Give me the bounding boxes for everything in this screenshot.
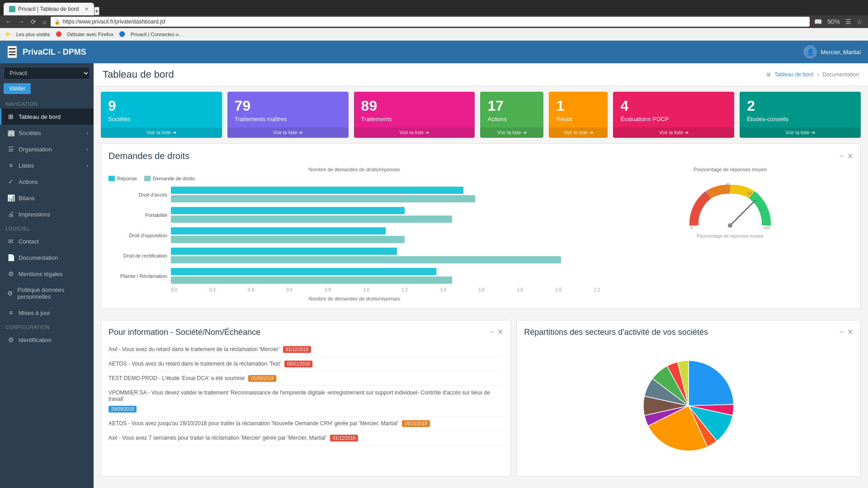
- stat-link[interactable]: Voir la liste ➜: [227, 127, 349, 138]
- user-avatar: 👤: [803, 45, 817, 59]
- zoom-display[interactable]: 90%: [826, 17, 842, 26]
- reload-button[interactable]: ⟳: [29, 17, 38, 26]
- info-close-button[interactable]: ✕: [497, 328, 503, 336]
- bar-label: Portabilité: [108, 212, 167, 218]
- stat-card-traitements-maitres[interactable]: 79 Traitements maîtres Voir la liste ➜: [227, 92, 349, 138]
- hamburger-button[interactable]: ☰: [7, 46, 17, 58]
- menu-button[interactable]: ☰: [844, 17, 853, 26]
- sidebar-item-politique[interactable]: ⚙ Politique données personnelles: [0, 282, 94, 305]
- info-panel-controls: − ✕: [490, 328, 503, 336]
- politique-icon: ⚙: [7, 290, 14, 297]
- stat-link[interactable]: Voir la liste ➜: [354, 127, 475, 138]
- stat-link[interactable]: Voir la liste ➜: [101, 127, 222, 138]
- sidebar-item-dashboard[interactable]: ⊞ Tableau de bord: [0, 108, 94, 125]
- info-minimize-button[interactable]: −: [490, 328, 494, 336]
- pie-label: 11%: [730, 432, 738, 436]
- pie-close-button[interactable]: ✕: [847, 328, 853, 336]
- bar-reponse: [171, 227, 386, 235]
- minimize-button[interactable]: −: [840, 152, 844, 160]
- bar-label: Plainte / Réclamation: [108, 273, 167, 279]
- x-tick: 1.4: [440, 287, 446, 292]
- sidebar-item-label: Mises à jour: [19, 310, 50, 316]
- svg-text:20: 20: [703, 191, 708, 196]
- browser-toolbar: ← → ⟳ ⌂ 🔒 https://www.privacil.fr/privat…: [0, 15, 868, 28]
- sidebar-item-organisation[interactable]: ☰ Organisation ‹: [0, 141, 94, 157]
- reader-mode-button[interactable]: 📖: [812, 17, 824, 26]
- bar-label: Droit d'opposition: [108, 233, 167, 238]
- stat-card-relais[interactable]: 1 Relais Voir la liste ➜: [549, 92, 608, 138]
- organisation-icon: ☰: [7, 145, 15, 153]
- info-panel-title: Pour information - Société/Nom/Échéance: [108, 328, 260, 337]
- svg-text:80: 80: [760, 208, 764, 213]
- back-button[interactable]: ←: [4, 17, 14, 26]
- bookmark-privacil[interactable]: Privacil | Connectez-v...: [131, 32, 183, 37]
- home-button[interactable]: ⌂: [41, 17, 48, 26]
- bar-demande: [171, 216, 452, 223]
- user-info: 👤 Mercier, Martial: [803, 45, 861, 59]
- bar-group: [171, 268, 600, 284]
- sidebar-item-label: Politique données personnelles: [18, 286, 88, 300]
- sidebar-item-identification[interactable]: ⚙ Identification: [0, 332, 94, 348]
- sidebar-item-impressions[interactable]: 🖨 Impressions: [0, 206, 94, 222]
- sidebar-item-actions[interactable]: ✓ Actions: [0, 174, 94, 190]
- stat-number: 9: [108, 98, 215, 114]
- contact-icon: ✉: [7, 238, 15, 245]
- tab-favicon: [9, 6, 15, 12]
- pie-minimize-button[interactable]: −: [840, 328, 844, 336]
- stat-link[interactable]: Voir la liste ➜: [613, 127, 734, 138]
- info-item: AETOS - Vous avez jusqu'au 28/10/2018 po…: [108, 417, 503, 431]
- stat-card-traitements[interactable]: 89 Traitements Voir la liste ➜: [354, 92, 475, 138]
- gauge-chart: Pourcentage de réponses moyen: [607, 167, 853, 301]
- forward-button[interactable]: →: [16, 17, 26, 26]
- pie-chart-container: 25%4%11%4%25%4%7%7%7%4%4%: [524, 343, 853, 469]
- chevron-icon: ‹: [86, 130, 88, 136]
- mises-icon: ≡: [7, 309, 15, 316]
- stat-card-etudes[interactable]: 2 Études-conseils Voir la liste ➜: [740, 92, 861, 138]
- stat-label: Relais: [556, 116, 600, 122]
- bar-group: [171, 227, 600, 243]
- active-browser-tab[interactable]: Privacil | Tableau de bord ✕: [4, 3, 94, 15]
- info-item: Axil - Vous avez 7 semaines pour traiter…: [108, 431, 503, 446]
- bar-demande: [171, 236, 405, 243]
- stat-card-societes[interactable]: 9 Sociétés Voir la liste ➜: [101, 92, 222, 138]
- stat-card-evaluations[interactable]: 4 Évaluations PDCP Voir la liste ➜: [613, 92, 734, 138]
- app-body: Privacil Valider Navigation ⊞ Tableau de…: [0, 63, 868, 488]
- stat-card-actions[interactable]: 17 Actions Voir la liste ➜: [480, 92, 543, 138]
- sidebar-item-contact[interactable]: ✉ Contact: [0, 233, 94, 249]
- svg-text:40: 40: [726, 182, 730, 187]
- sidebar-item-mises-a-jour[interactable]: ≡ Mises à jour: [0, 305, 94, 321]
- sidebar-item-societes[interactable]: 🏢 Sociétés ‹: [0, 125, 94, 141]
- documentation-icon: 📄: [7, 254, 15, 261]
- sidebar-item-label: Contact: [19, 238, 39, 245]
- stat-link[interactable]: Voir la liste ➜: [740, 127, 861, 138]
- svg-text:100: 100: [763, 225, 770, 230]
- sidebar-select[interactable]: Privacil: [4, 67, 90, 80]
- app-logo: PrivaCIL - DPMS: [23, 47, 803, 57]
- bookmark-button[interactable]: ☆: [855, 17, 864, 26]
- stat-number: 79: [235, 98, 341, 114]
- mentions-icon: ⚙: [7, 270, 15, 277]
- bookmark-visited[interactable]: Les plus visités: [16, 32, 50, 37]
- address-bar[interactable]: 🔒 https://www.privacil.fr/private/dashbo…: [51, 17, 810, 27]
- pie-label: 7%: [637, 381, 643, 385]
- close-panel-button[interactable]: ✕: [847, 152, 853, 160]
- bookmark-firefox[interactable]: Débuter avec Firefox: [67, 32, 113, 37]
- info-items-container: Axil - Vous avez du retard dans le trait…: [108, 343, 503, 446]
- bookmark-icon: ⭐: [5, 31, 11, 37]
- stat-link[interactable]: Voir la liste ➜: [549, 127, 608, 138]
- stat-link[interactable]: Voir la liste ➜: [480, 127, 543, 138]
- date-badge: 29/09/2018: [108, 406, 137, 413]
- validate-button[interactable]: Valider: [4, 83, 31, 94]
- breadcrumb-link[interactable]: Tableau de bord: [774, 71, 813, 78]
- sidebar-item-mentions[interactable]: ⚙ Mentions légales: [0, 266, 94, 282]
- tab-close-button[interactable]: ✕: [85, 6, 89, 12]
- bar-reponse: [171, 268, 436, 275]
- sidebar: Privacil Valider Navigation ⊞ Tableau de…: [0, 63, 94, 488]
- sidebar-item-listes[interactable]: ≡ Listes ‹: [0, 157, 94, 174]
- svg-point-0: [703, 198, 757, 235]
- new-tab-button[interactable]: +: [94, 7, 99, 15]
- sidebar-item-bilans[interactable]: 📊 Bilans: [0, 190, 94, 206]
- stat-number: 17: [487, 98, 536, 114]
- bar-group: [171, 248, 600, 263]
- sidebar-item-documentation[interactable]: 📄 Documentation: [0, 249, 94, 266]
